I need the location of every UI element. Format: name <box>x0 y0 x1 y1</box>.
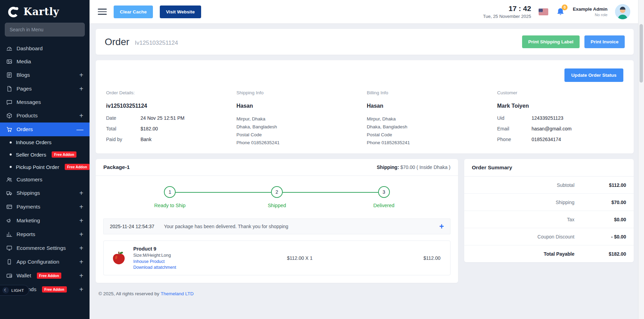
kartly-logo-icon <box>7 5 20 18</box>
sidebar-item-label: Ecommerce Settings <box>17 245 66 251</box>
plus-icon: + <box>79 72 83 78</box>
sidebar-item-label: Reports <box>17 231 35 237</box>
sidebar-item-app-configuration[interactable]: App Configuration+ <box>0 255 90 269</box>
order-details-grid: Order Details: iv125103251124 Date24 Nov… <box>106 90 623 147</box>
footer-link[interactable]: Themeland LTD <box>161 291 194 296</box>
sidebar-item-customers[interactable]: Customers <box>0 173 90 186</box>
product-unit-price: $112.00 X 1 <box>182 255 417 261</box>
address-line: Postal Code <box>367 131 493 139</box>
order-progress-stepper: 1Ready to Ship2Shipped3Delivered <box>96 176 458 211</box>
sidebar-item-label: App Configuration <box>17 259 59 265</box>
customer-detail-row: Emailhasan@gmail.com <box>497 126 624 131</box>
product-image <box>111 250 127 266</box>
plus-icon: + <box>79 286 83 293</box>
clock-date: Tue, 25 November 2025 <box>483 14 531 19</box>
billing-info-column: Billing Info Hasan Mirpur, DhakaDhaka, B… <box>367 90 493 147</box>
order-detail-row: Date24 Nov 25 12:51 PM <box>106 115 232 121</box>
sidebar-item-media[interactable]: Media <box>0 55 90 68</box>
download-attachment-link[interactable]: Download attatchment <box>133 265 176 270</box>
language-flag-us-icon[interactable] <box>539 9 548 15</box>
admin-role: No role <box>573 13 607 17</box>
print-invoice-button[interactable]: Print Invoice <box>584 35 625 48</box>
order-summary-title: Order Summary <box>464 159 634 177</box>
sidebar-item-orders[interactable]: Orders— <box>0 123 90 136</box>
sidebar-item-inhouse-orders[interactable]: Inhouse Orders <box>0 136 90 148</box>
dashboard-icon <box>6 45 12 52</box>
admin-info[interactable]: Example Admin No role <box>573 7 607 17</box>
expand-timeline-plus-icon[interactable]: + <box>439 223 444 230</box>
sidebar-item-shippings[interactable]: Shippings+ <box>0 186 90 200</box>
main-area: Clear Cache Visit Website 17 : 42 Tue, 2… <box>90 0 644 319</box>
sidebar-item-pages[interactable]: Pages+ <box>0 82 90 96</box>
menu-search-input[interactable] <box>5 23 85 36</box>
address-line: Dhaka, Bangladesh <box>237 123 363 131</box>
plus-icon: + <box>79 203 83 210</box>
sidebar-item-label: Wallet <box>17 273 31 279</box>
sidebar-menu: DashboardMediaBlogs+Pages+MessagesProduc… <box>0 42 90 296</box>
order-details-rows: Date24 Nov 25 12:51 PMTotal$182.00Paid b… <box>106 115 232 142</box>
order-id: Iv125103251124 <box>135 40 178 46</box>
delivery-message: Your package has been delivered. Thank y… <box>164 224 430 229</box>
ecommerce-icon <box>6 245 12 251</box>
order-header-actions: Print Shipping Label Print Invoice <box>522 35 625 48</box>
page-scrollbar[interactable] <box>638 0 644 319</box>
sidebar-item-wallet[interactable]: WalletFree Addon+ <box>0 269 90 283</box>
sidebar-item-marketing[interactable]: Marketing+ <box>0 214 90 227</box>
billing-name: Hasan <box>367 103 493 109</box>
sidebar-item-seller-orders[interactable]: Seller OrdersFree Addon <box>0 148 90 161</box>
bullet-icon <box>10 153 12 156</box>
sidebar-item-pickup-point-order[interactable]: Pickup Point OrderFree Addon <box>0 161 90 173</box>
sidebar-item-label: Payments <box>17 204 40 210</box>
sidebar-item-payments[interactable]: Payments+ <box>0 200 90 214</box>
shipping-info-heading: Shipping Info <box>237 90 363 95</box>
sidebar-item-reports[interactable]: Reports+ <box>0 227 90 241</box>
menu-search <box>0 23 90 42</box>
summary-row-tax: Tax$0.00 <box>464 211 634 228</box>
visit-website-button[interactable]: Visit Website <box>160 6 201 18</box>
step-label: Shipped <box>268 203 286 208</box>
avatar[interactable] <box>615 4 630 19</box>
moon-icon: ☾ <box>2 287 9 294</box>
notifications-button[interactable]: 0 <box>556 7 565 17</box>
scrollbar-thumb[interactable] <box>640 24 643 83</box>
step-number: 2 <box>271 186 283 198</box>
topbar-right: 17 : 42 Tue, 25 November 2025 0 <box>483 4 631 19</box>
step-number: 1 <box>164 186 176 198</box>
blogs-icon <box>6 72 12 78</box>
sidebar-item-label: Dashboard <box>17 45 43 52</box>
clear-cache-button[interactable]: Clear Cache <box>114 6 153 18</box>
app-logo[interactable]: Kartly <box>0 0 90 23</box>
order-details-heading: Order Details: <box>106 90 232 95</box>
package-header: Package-1 Shipping: $70.00 ( Inside Dhak… <box>96 159 458 176</box>
hamburger-menu-icon[interactable] <box>98 9 107 15</box>
product-info: Product 9 Size:M/Height:Long Inhouse Pro… <box>133 246 176 270</box>
order-detail-row: Paid byBank <box>106 137 232 142</box>
sidebar-item-ecommerce-settings[interactable]: Ecommerce Settings+ <box>0 241 90 255</box>
sidebar-item-dashboard[interactable]: Dashboard <box>0 42 90 55</box>
address-line: Mirpur, Dhaka <box>237 115 363 123</box>
customer-detail-row: Uid124339251123 <box>497 115 624 121</box>
address-line: Postal Code <box>237 131 363 139</box>
minus-icon: — <box>76 126 83 133</box>
sidebar-item-products[interactable]: Products+ <box>0 109 90 123</box>
shipping-address-lines: Mirpur, DhakaDhaka, BangladeshPostal Cod… <box>237 115 363 147</box>
app-logo-text: Kartly <box>23 6 59 18</box>
summary-row-subtotal: Subtotal$112.00 <box>464 177 634 194</box>
sidebar-item-messages[interactable]: Messages <box>0 96 90 109</box>
sidebar-item-label: Media <box>17 59 31 65</box>
messages-icon <box>6 99 12 105</box>
sidebar-item-blogs[interactable]: Blogs+ <box>0 68 90 82</box>
shipping-info-column: Shipping Info Hasan Mirpur, DhakaDhaka, … <box>237 90 363 147</box>
notification-count-badge: 0 <box>562 4 568 10</box>
delivery-timestamp: 2025-11-24 12:54:37 <box>110 224 154 229</box>
step-shipped: 2Shipped <box>224 186 331 208</box>
sidebar-item-label: Pages <box>17 86 32 92</box>
admin-name: Example Admin <box>573 7 607 12</box>
plus-icon: + <box>79 217 83 224</box>
wallet-icon <box>6 273 12 279</box>
print-shipping-label-button[interactable]: Print Shipping Label <box>522 35 580 48</box>
update-order-status-button[interactable]: Update Order Status <box>564 68 623 82</box>
theme-toggle[interactable]: ☾ LIGHT <box>0 285 29 296</box>
plus-icon: + <box>79 272 83 279</box>
inhouse-product-link[interactable]: Inhouse Product <box>133 259 176 264</box>
